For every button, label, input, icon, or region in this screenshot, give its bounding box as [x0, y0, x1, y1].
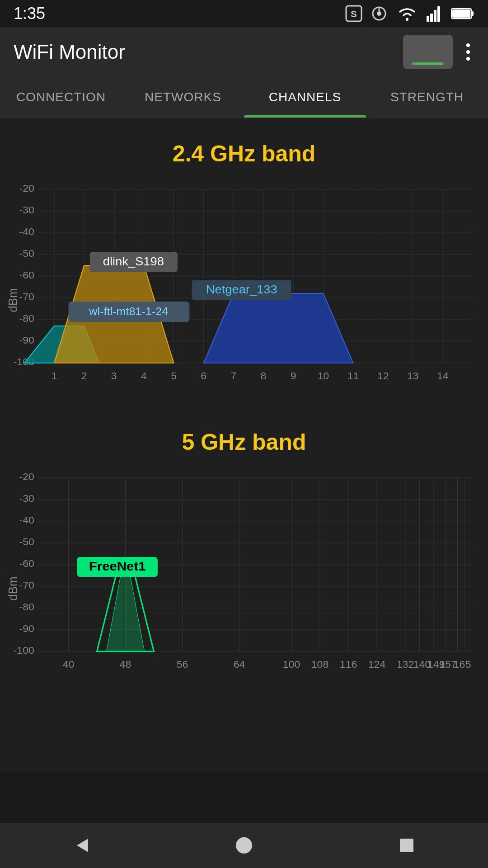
band-5ghz-title: 5 GHz band [0, 425, 488, 460]
screenshot-button[interactable] [403, 35, 453, 69]
svg-text:48: 48 [120, 659, 131, 670]
label-wl: wl-ftl-mt81-1-24 [89, 306, 168, 317]
tab-channels[interactable]: CHANNELS [244, 77, 366, 118]
svg-text:-50: -50 [19, 536, 34, 547]
svg-text:-60: -60 [19, 269, 34, 280]
svg-text:100: 100 [283, 659, 300, 670]
svg-text:-100: -100 [14, 645, 34, 656]
svg-text:11: 11 [347, 370, 359, 381]
svg-text:-80: -80 [19, 601, 34, 612]
svg-text:-60: -60 [19, 558, 34, 569]
app-bar: WiFi Monitor [0, 27, 488, 77]
svg-text:-80: -80 [19, 313, 34, 324]
tab-connection[interactable]: CONNECTION [0, 77, 122, 118]
svg-rect-106 [400, 839, 413, 852]
band-24ghz-title: 2.4 GHz band [0, 136, 488, 171]
svg-rect-7 [430, 14, 433, 22]
svg-text:165: 165 [454, 659, 471, 670]
chart-5ghz: dBm -20 -30 -40 -50 -60 -70 -80 -90 - [7, 469, 481, 699]
wifi-icon [396, 5, 418, 22]
y-axis-label-24: dBm [7, 288, 20, 312]
svg-point-3 [377, 11, 381, 16]
recent-icon [395, 834, 418, 857]
svg-text:-20: -20 [19, 183, 34, 193]
status-bar: 1:35 S [0, 0, 488, 27]
svg-text:132: 132 [397, 659, 414, 670]
band-5ghz-section: 5 GHz band dBm -20 -30 -40 -50 -60 -70 -… [0, 425, 488, 699]
svg-text:40: 40 [63, 659, 75, 670]
main-content: 2.4 GHz band dBm -20 -30 -40 -50 [0, 118, 488, 772]
svg-text:56: 56 [177, 659, 188, 670]
tabs-container: CONNECTION NETWORKS CHANNELS STRENGTH [0, 77, 488, 118]
svg-text:9: 9 [291, 370, 296, 381]
svg-point-105 [236, 837, 252, 854]
svg-text:-20: -20 [19, 471, 34, 482]
svg-text:-90: -90 [19, 335, 34, 345]
signal-icon [427, 5, 443, 22]
network-netgear [204, 293, 353, 363]
svg-marker-104 [77, 839, 88, 852]
svg-text:-30: -30 [19, 204, 34, 215]
home-icon [233, 834, 255, 857]
svg-text:7: 7 [230, 370, 236, 381]
back-icon [70, 834, 93, 857]
svg-text:14: 14 [437, 370, 449, 381]
more-dot-3 [466, 57, 470, 61]
svg-rect-11 [471, 11, 474, 16]
svg-text:-70: -70 [19, 580, 34, 590]
svg-text:12: 12 [377, 370, 389, 381]
tab-strength[interactable]: STRENGTH [366, 77, 488, 118]
recent-button[interactable] [389, 827, 425, 863]
svg-text:5: 5 [171, 370, 177, 381]
svg-text:-90: -90 [19, 623, 34, 634]
svg-rect-12 [452, 9, 470, 18]
svg-text:13: 13 [407, 370, 419, 381]
chart-5ghz-svg: dBm -20 -30 -40 -50 -60 -70 -80 -90 - [7, 469, 481, 699]
svg-text:-40: -40 [19, 514, 34, 525]
svg-text:-40: -40 [19, 226, 34, 237]
svg-text:8: 8 [261, 370, 267, 381]
app-title: WiFi Monitor [14, 41, 125, 63]
more-dot-1 [466, 43, 470, 47]
bottom-nav [0, 823, 488, 868]
svg-text:10: 10 [318, 370, 329, 381]
more-menu-button[interactable] [462, 39, 474, 65]
svg-text:3: 3 [111, 370, 117, 381]
status-icons: S [345, 5, 474, 22]
svg-text:108: 108 [311, 659, 329, 670]
svg-text:64: 64 [234, 659, 245, 670]
svg-text:2: 2 [81, 370, 87, 381]
tab-networks[interactable]: NETWORKS [122, 77, 244, 118]
chart-24ghz: dBm -20 -30 -40 -50 -60 -70 [7, 180, 481, 411]
app-icon-1: S [345, 5, 362, 22]
label-netgear: Netgear_133 [206, 283, 277, 296]
label-freenet: FreeNet1 [89, 559, 146, 573]
back-button[interactable] [63, 827, 99, 863]
svg-rect-6 [427, 16, 429, 22]
battery-icon [451, 7, 474, 20]
svg-rect-8 [434, 10, 436, 22]
y-axis-label-5: dBm [7, 576, 20, 600]
status-time: 1:35 [14, 4, 45, 23]
app-icon-2 [371, 5, 388, 22]
svg-text:-50: -50 [19, 248, 34, 259]
app-bar-actions [403, 35, 474, 69]
svg-text:-70: -70 [19, 291, 34, 302]
svg-text:S: S [351, 9, 357, 19]
label-dlink: dlink_S198 [103, 255, 164, 268]
chart-24ghz-svg: dBm -20 -30 -40 -50 -60 -70 [7, 180, 481, 411]
svg-text:124: 124 [368, 659, 386, 670]
svg-text:116: 116 [340, 659, 357, 670]
svg-point-5 [406, 18, 408, 21]
more-dot-2 [466, 50, 470, 54]
svg-text:-30: -30 [19, 493, 34, 504]
svg-rect-9 [437, 6, 440, 22]
home-button[interactable] [226, 827, 262, 863]
band-24ghz-section: 2.4 GHz band dBm -20 -30 -40 -50 [0, 136, 488, 411]
svg-text:1: 1 [52, 370, 57, 381]
network-freenet1-fill [107, 576, 145, 651]
svg-text:4: 4 [141, 370, 147, 381]
svg-text:6: 6 [201, 370, 206, 381]
